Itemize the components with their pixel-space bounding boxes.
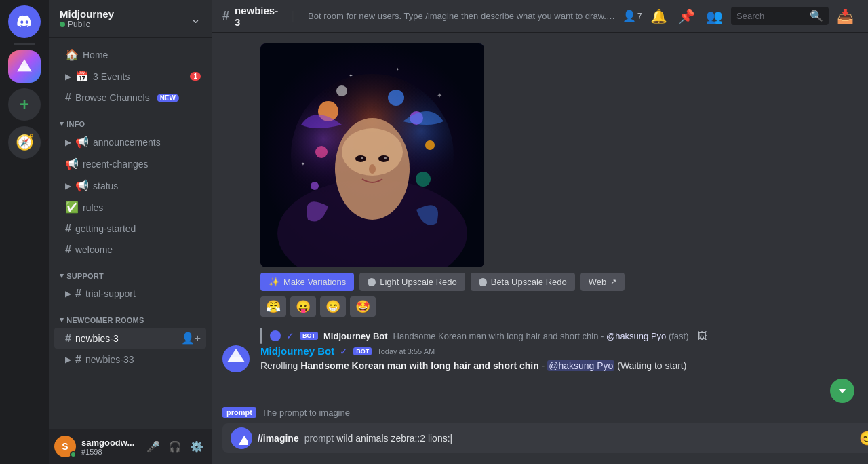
svg-text:✦: ✦ — [349, 73, 353, 79]
chat-input-wrapper[interactable]: //imagine prompt wild animals zebra::2 l… — [222, 423, 868, 453]
verified-check: ✓ — [340, 346, 348, 357]
sidebar-item-events[interactable]: ▶ 📅 3 Events 1 — [54, 66, 206, 87]
verified-icon: ✓ — [286, 330, 294, 341]
message-group: Midjourney Bot ✓ BOT Today at 3:55 AM Re… — [222, 345, 868, 372]
collapse-icon: ▶ — [65, 181, 71, 191]
svg-point-19 — [416, 172, 431, 187]
light-upscale-icon — [368, 278, 376, 286]
new-badge: NEW — [157, 94, 179, 102]
make-variations-button[interactable]: ✨ Make Variations — [260, 273, 354, 291]
category-collapse-icon: ▾ — [60, 119, 64, 128]
announcements-icon: 📢 — [75, 136, 89, 149]
sidebar-item-home[interactable]: 🏠 Home — [54, 44, 206, 65]
sidebar-item-newbies-3[interactable]: # newbies-3 👤+ — [54, 328, 206, 349]
sidebar-item-rules[interactable]: ✅ rules — [54, 197, 206, 218]
pins-button[interactable]: 📌 — [675, 5, 698, 27]
hash-icon: # — [65, 244, 71, 256]
action-buttons: ✨ Make Variations Light Upscale Redo Bet… — [222, 273, 868, 291]
sidebar-item-newbies-33[interactable]: ▶ # newbies-33 — [54, 349, 206, 370]
image-art: ✦ ✦ ✦ ✦ — [260, 43, 484, 267]
reaction-angry[interactable]: 😤 — [260, 296, 286, 317]
beta-upscale-icon — [479, 278, 487, 286]
sidebar-item-getting-started[interactable]: # getting-started — [54, 218, 206, 239]
svg-text:✦: ✦ — [301, 161, 305, 166]
member-count-button[interactable]: 👤 7 — [623, 9, 642, 22]
svg-point-17 — [315, 146, 328, 158]
explore-servers-button[interactable]: 🧭 — [8, 126, 41, 159]
search-input[interactable] — [736, 11, 807, 21]
mute-button[interactable]: 🎤 — [144, 438, 163, 456]
add-server-button[interactable]: + — [8, 88, 41, 121]
search-bar[interactable]: 🔍 — [731, 7, 829, 25]
user-info: samgoodw... #1598 — [81, 438, 138, 456]
sidebar-item-trial-support[interactable]: ▶ # trial-support — [54, 284, 206, 304]
online-status-dot — [60, 22, 65, 27]
server-name: Midjourney — [60, 8, 114, 20]
web-button[interactable]: Web ↗ — [580, 273, 625, 291]
status-icon: 📢 — [75, 179, 89, 192]
discord-home-button[interactable] — [8, 5, 41, 38]
bot-badge: BOT — [353, 347, 372, 355]
beta-upscale-redo-button[interactable]: Beta Upscale Redo — [471, 273, 575, 291]
server-status: Public — [68, 20, 90, 29]
events-badge: 1 — [190, 72, 201, 81]
messages-area: ✦ ✦ ✦ ✦ ✨ Make Variations Light Upscale … — [212, 33, 868, 402]
collapse-icon: ▶ — [65, 355, 71, 364]
server-menu-chevron[interactable]: ⌄ — [191, 12, 201, 26]
channel-label: welcome — [75, 244, 113, 255]
help-button[interactable]: ❓ — [862, 5, 868, 27]
events-calendar-icon: 📅 — [75, 70, 89, 83]
emoji-reactions: 😤 😛 😁 🤩 — [222, 296, 868, 317]
category-newcomer-rooms[interactable]: ▾ NEWCOMER ROOMS — [49, 305, 212, 327]
sidebar-item-browse[interactable]: # Browse Channels NEW — [54, 88, 206, 108]
reaction-grin[interactable]: 😁 — [320, 296, 346, 317]
category-label: INFO — [66, 120, 85, 128]
emoji-picker-button[interactable]: 😊 — [859, 430, 868, 446]
member-count-icon: 👤 — [623, 9, 636, 22]
user-discriminator: #1598 — [81, 448, 138, 456]
channel-label: status — [93, 180, 118, 191]
channel-list: 🏠 Home ▶ 📅 3 Events 1 # Browse Channels … — [49, 38, 212, 429]
add-member-icon[interactable]: 👤+ — [181, 332, 201, 345]
slash-command: //imagine — [258, 433, 299, 444]
prompt-hint-bar: prompt The prompt to imagine — [212, 402, 868, 418]
sidebar-item-status[interactable]: ▶ 📢 status — [54, 175, 206, 196]
sidebar-item-recent-changes[interactable]: 📢 recent-changes — [54, 153, 206, 174]
collapse-icon: ▶ — [65, 138, 71, 147]
server-divider — [14, 43, 35, 45]
user-bar: S samgoodw... #1598 🎤 🎧 ⚙️ — [49, 429, 212, 464]
inbox-button[interactable]: 📥 — [834, 5, 856, 27]
prompt-label: prompt — [222, 407, 256, 418]
sidebar-item-announcements[interactable]: ▶ 📢 announcements — [54, 132, 206, 153]
user-status-indicator — [70, 451, 77, 458]
image-message-container: ✦ ✦ ✦ ✦ — [222, 43, 868, 267]
message-text: Rerolling Handsome Korean man with long … — [260, 360, 868, 372]
channel-label: newbies-3 — [75, 333, 119, 344]
svg-text:✦: ✦ — [396, 67, 399, 71]
settings-button[interactable]: ⚙️ — [187, 438, 206, 456]
svg-point-14 — [388, 90, 404, 106]
user-bar-controls: 🎤 🎧 ⚙️ — [144, 438, 206, 456]
chat-input-text[interactable]: wild animals zebra::2 lions: — [336, 433, 859, 444]
channel-hash-symbol: # — [222, 9, 229, 23]
sidebar-item-welcome[interactable]: # welcome — [54, 239, 206, 260]
header-divider: | — [291, 9, 294, 23]
deafen-button[interactable]: 🎧 — [165, 438, 184, 456]
ref-author: Midjourney Bot — [323, 331, 388, 341]
bot-avatar — [222, 345, 250, 372]
category-support[interactable]: ▾ SUPPORT — [49, 260, 212, 283]
category-info[interactable]: ▾ INFO — [49, 109, 212, 131]
midjourney-server-icon[interactable] — [8, 50, 41, 83]
ref-image-thumbnail: 🖼 — [697, 330, 707, 341]
hash-icon: # — [75, 353, 81, 366]
scroll-to-bottom-button[interactable] — [830, 379, 854, 403]
notifications-button[interactable]: 🔔 — [648, 5, 670, 27]
ref-bot-badge: BOT — [300, 332, 318, 340]
members-button[interactable]: 👥 — [703, 5, 726, 27]
reaction-starstruck[interactable]: 🤩 — [350, 296, 376, 317]
server-header[interactable]: Midjourney Public ⌄ — [49, 0, 212, 38]
reaction-tongue[interactable]: 😛 — [290, 296, 316, 317]
collapse-icon: ▶ — [65, 289, 71, 298]
light-upscale-redo-button[interactable]: Light Upscale Redo — [359, 273, 465, 291]
category-label: NEWCOMER ROOMS — [66, 316, 144, 324]
